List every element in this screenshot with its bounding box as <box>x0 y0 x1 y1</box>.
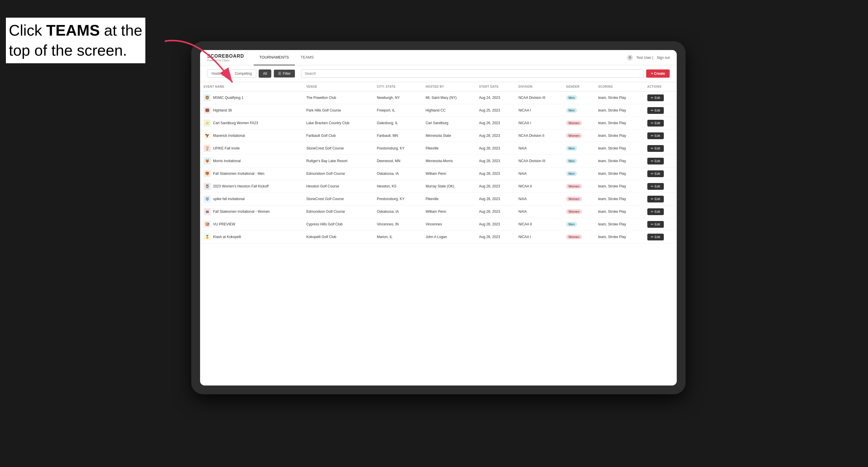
cell-venue: Lake Bracken Country Club <box>303 117 373 129</box>
table-row: 🐻 Highland 36 Park Hills Golf Course Fre… <box>200 104 677 117</box>
edit-button[interactable]: ✏ Edit <box>647 221 664 228</box>
cell-city-state: Newburgh, NY <box>373 92 422 104</box>
cell-gender: Women <box>563 117 595 129</box>
edit-button[interactable]: ✏ Edit <box>647 208 664 215</box>
cell-actions: ✏ Edit <box>644 155 677 167</box>
cell-hosted-by: Vincennes <box>422 218 475 231</box>
col-gender: GENDER <box>563 82 595 92</box>
gender-badge: Women <box>566 184 582 189</box>
cell-actions: ✏ Edit <box>644 193 677 206</box>
edit-button[interactable]: ✏ Edit <box>647 145 664 152</box>
cell-hosted-by: Pikeville <box>422 193 475 206</box>
toolbar: Hosting Competing All ☰ Filter + Create <box>200 65 677 82</box>
create-button[interactable]: + Create <box>646 69 670 78</box>
edit-button[interactable]: ✏ Edit <box>647 158 664 164</box>
table-row: 🦅 Maverick Invitational Faribault Golf C… <box>200 129 677 142</box>
cell-gender: Men <box>563 218 595 231</box>
cell-division: NAIA <box>515 142 563 155</box>
edit-button[interactable]: ✏ Edit <box>647 234 664 241</box>
cell-gender: Men <box>563 155 595 167</box>
edit-button[interactable]: ✏ Edit <box>647 132 664 139</box>
cell-actions: ✏ Edit <box>644 104 677 117</box>
gender-badge: Men <box>566 159 577 163</box>
table-row: 🦊 Morris Invitational Ruttger's Bay Lake… <box>200 155 677 167</box>
sign-out-link[interactable]: Sign out <box>657 56 670 60</box>
cell-venue: Kokopelli Golf Club <box>303 231 373 243</box>
edit-button[interactable]: ✏ Edit <box>647 196 664 203</box>
team-icon: 🎯 <box>204 221 211 228</box>
cell-division: NICAA I <box>515 117 563 129</box>
edit-icon: ✏ <box>651 197 653 201</box>
cell-gender: Women <box>563 180 595 193</box>
cell-hosted-by: Mt. Saint Mary (NY) <box>422 92 475 104</box>
edit-button[interactable]: ✏ Edit <box>647 94 664 101</box>
edit-icon: ✏ <box>651 172 653 176</box>
cell-event-name: ⭐ Carl Sandburg Women FA23 <box>200 117 303 129</box>
edit-icon: ✏ <box>651 222 653 226</box>
cell-scoring: team, Stroke Play <box>595 129 644 142</box>
event-name-label: 2023 Women's Hesston Fall Kickoff <box>213 184 269 188</box>
navbar: SCOREBOARD Powered by Clippd TOURNAMENTS… <box>200 50 677 65</box>
cell-division: NCAA Division III <box>515 155 563 167</box>
edit-button[interactable]: ✏ Edit <box>647 107 664 114</box>
cell-division: NAIA <box>515 167 563 180</box>
tab-hosting[interactable]: Hosting <box>207 69 228 78</box>
edit-icon: ✏ <box>651 96 653 100</box>
cell-hosted-by: John A Logan <box>422 231 475 243</box>
cell-gender: Women <box>563 129 595 142</box>
cell-scoring: team, Stroke Play <box>595 206 644 218</box>
gender-badge: Men <box>566 95 577 100</box>
table-row: 🦁 MSMC Qualifying 1 The Powelton Club Ne… <box>200 92 677 104</box>
edit-icon: ✏ <box>651 159 653 163</box>
nav-tournaments[interactable]: TOURNAMENTS <box>254 50 295 65</box>
cell-division: NCAA Division II <box>515 129 563 142</box>
search-input[interactable] <box>301 69 644 78</box>
edit-label: Edit <box>655 147 660 150</box>
settings-icon[interactable]: ⚙ <box>627 55 633 61</box>
cell-city-state: Deerwood, MN <box>373 155 422 167</box>
cell-venue: Cypress Hills Golf Club <box>303 218 373 231</box>
edit-button[interactable]: ✏ Edit <box>647 120 664 127</box>
cell-actions: ✏ Edit <box>644 142 677 155</box>
cell-city-state: Prestonsburg, KY <box>373 193 422 206</box>
edit-label: Edit <box>655 96 660 99</box>
cell-venue: Edmundson Golf Course <box>303 206 373 218</box>
cell-scoring: team, Stroke Play <box>595 155 644 167</box>
event-name-label: UPIKE Fall Invite <box>213 146 240 150</box>
edit-label: Edit <box>655 134 660 137</box>
col-actions: ACTIONS <box>644 82 677 92</box>
table-row: 🐯 Fall Statesmen Invitational - Men Edmu… <box>200 167 677 180</box>
event-name-label: Fall Statesmen Invitational - Women <box>213 210 270 214</box>
tournaments-table: EVENT NAME VENUE CITY, STATE HOSTED BY S… <box>200 82 677 243</box>
cell-venue: Faribault Golf Club <box>303 129 373 142</box>
nav-teams[interactable]: TEAMS <box>295 50 320 65</box>
edit-button[interactable]: ✏ Edit <box>647 170 664 177</box>
logo-area: SCOREBOARD Powered by Clippd <box>207 54 244 62</box>
tab-all[interactable]: All <box>259 69 271 78</box>
team-icon: 🐺 <box>204 195 211 203</box>
cell-start-date: Aug 28, 2023 <box>475 142 515 155</box>
cell-event-name: 🦉 2023 Women's Hesston Fall Kickoff <box>200 180 303 193</box>
cell-city-state: Oskaloosa, IA <box>373 167 422 180</box>
cell-event-name: 🦝 Fall Statesmen Invitational - Women <box>200 206 303 218</box>
cell-event-name: 🎯 VU PREVIEW <box>200 218 303 231</box>
edit-label: Edit <box>655 210 660 213</box>
filter-button[interactable]: ☰ Filter <box>274 69 295 78</box>
cell-city-state: Vincennes, IN <box>373 218 422 231</box>
nav-links: TOURNAMENTS TEAMS <box>254 50 627 65</box>
cell-event-name: 🦊 Morris Invitational <box>200 155 303 167</box>
cell-city-state: Prestonsburg, KY <box>373 142 422 155</box>
filter-label: Filter <box>283 71 291 75</box>
edit-icon: ✏ <box>651 147 653 150</box>
cell-start-date: Aug 28, 2023 <box>475 218 515 231</box>
cell-event-name: 🏆 UPIKE Fall Invite <box>200 142 303 155</box>
event-name-label: Klash at Kokopelli <box>213 235 241 239</box>
event-name-label: VU PREVIEW <box>213 222 235 226</box>
edit-button[interactable]: ✏ Edit <box>647 183 664 190</box>
instruction-bold: TEAMS <box>46 22 100 39</box>
cell-actions: ✏ Edit <box>644 117 677 129</box>
event-name-label: MSMC Qualifying 1 <box>213 96 243 100</box>
team-icon: 🦊 <box>204 157 211 164</box>
cell-actions: ✏ Edit <box>644 167 677 180</box>
tab-competing[interactable]: Competing <box>230 69 256 78</box>
